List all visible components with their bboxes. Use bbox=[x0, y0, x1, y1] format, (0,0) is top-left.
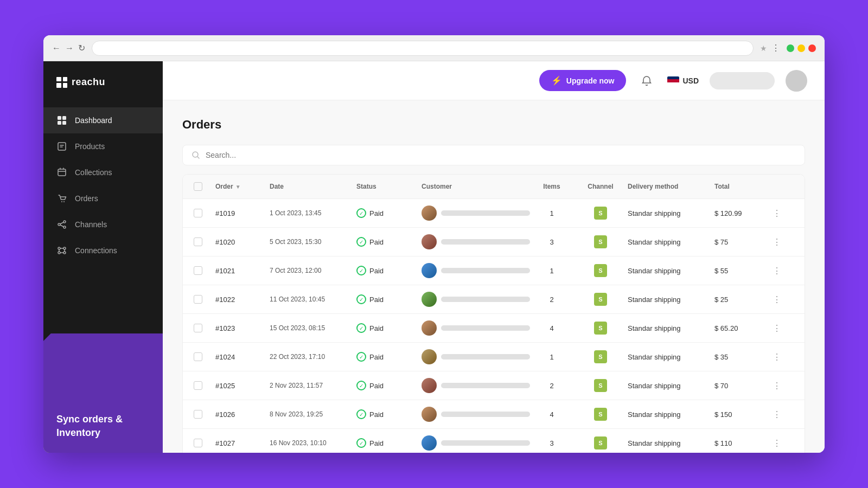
order-items: 1 bbox=[530, 209, 573, 217]
sort-icon: ▼ bbox=[235, 184, 241, 190]
order-delivery: Standar shipping bbox=[628, 439, 714, 447]
shopify-icon: S bbox=[594, 436, 607, 450]
status-label: Paid bbox=[369, 238, 384, 246]
row-select-checkbox[interactable] bbox=[194, 266, 202, 275]
sidebar-item-orders[interactable]: Orders bbox=[43, 185, 163, 211]
currency-selector[interactable]: USD bbox=[667, 76, 699, 85]
row-checkbox[interactable] bbox=[194, 237, 215, 246]
order-channel: S bbox=[573, 436, 628, 450]
products-icon bbox=[56, 141, 67, 152]
row-checkbox[interactable] bbox=[194, 266, 215, 275]
paid-status-icon: ✓ bbox=[356, 438, 366, 448]
row-actions-menu[interactable]: ⋮ bbox=[769, 381, 785, 391]
row-actions-menu[interactable]: ⋮ bbox=[769, 438, 785, 448]
customer-name-placeholder bbox=[441, 354, 530, 359]
sidebar-item-products[interactable]: Products bbox=[43, 133, 163, 159]
row-select-checkbox[interactable] bbox=[194, 209, 202, 217]
sidebar-item-connections[interactable]: Connections bbox=[43, 237, 163, 264]
sidebar-item-channels[interactable]: Channels bbox=[43, 211, 163, 237]
table-row[interactable]: #1020 5 Oct 2023, 15:30 ✓ Paid 3 S Stand… bbox=[183, 228, 805, 256]
bookmark-icon[interactable]: ★ bbox=[760, 44, 767, 53]
orders-table: Order ▼ Date Status Customer Items Chann… bbox=[182, 174, 805, 453]
row-checkbox[interactable] bbox=[194, 209, 215, 217]
select-all-checkbox[interactable] bbox=[194, 182, 202, 191]
row-checkbox[interactable] bbox=[194, 381, 215, 390]
order-id: #1020 bbox=[215, 238, 270, 246]
sidebar-item-dashboard[interactable]: Dashboard bbox=[43, 107, 163, 133]
browser-menu-icon[interactable]: ⋮ bbox=[771, 43, 780, 53]
order-channel: S bbox=[573, 408, 628, 421]
order-channel: S bbox=[573, 264, 628, 277]
row-checkbox[interactable] bbox=[194, 410, 215, 419]
back-button[interactable]: ← bbox=[52, 43, 61, 53]
header-order[interactable]: Order ▼ bbox=[215, 183, 270, 190]
table-row[interactable]: #1027 16 Nov 2023, 10:10 ✓ Paid 3 S Stan… bbox=[183, 429, 805, 453]
row-checkbox[interactable] bbox=[194, 295, 215, 304]
table-row[interactable]: #1026 8 Nov 2023, 19:25 ✓ Paid 4 S Stand… bbox=[183, 400, 805, 429]
maximize-button[interactable] bbox=[787, 44, 794, 52]
order-total: $ 35 bbox=[714, 353, 769, 361]
row-select-checkbox[interactable] bbox=[194, 352, 202, 361]
row-select-checkbox[interactable] bbox=[194, 439, 202, 447]
minimize-button[interactable] bbox=[797, 44, 805, 52]
customer-avatar bbox=[422, 292, 437, 307]
row-actions-menu[interactable]: ⋮ bbox=[769, 409, 785, 420]
order-channel: S bbox=[573, 207, 628, 220]
row-actions-menu[interactable]: ⋮ bbox=[769, 294, 785, 305]
customer-name-placeholder bbox=[441, 297, 530, 302]
order-id: #1022 bbox=[215, 296, 270, 304]
forward-button[interactable]: → bbox=[65, 43, 74, 53]
status-label: Paid bbox=[369, 296, 384, 304]
customer-avatar bbox=[422, 435, 437, 451]
user-avatar[interactable] bbox=[786, 70, 807, 92]
status-label: Paid bbox=[369, 353, 384, 361]
page-body: Orders bbox=[163, 100, 825, 453]
paid-status-icon: ✓ bbox=[356, 208, 366, 218]
row-actions-menu[interactable]: ⋮ bbox=[769, 208, 785, 219]
search-input[interactable] bbox=[206, 151, 796, 159]
row-select-checkbox[interactable] bbox=[194, 237, 202, 246]
order-delivery: Standar shipping bbox=[628, 238, 714, 246]
sidebar-item-collections[interactable]: Collections bbox=[43, 159, 163, 185]
customer-name-placeholder bbox=[441, 383, 530, 388]
notification-bell[interactable] bbox=[637, 71, 656, 91]
table-row[interactable]: #1019 1 Oct 2023, 13:45 ✓ Paid 1 S Stand… bbox=[183, 199, 805, 228]
close-button[interactable] bbox=[808, 44, 816, 52]
address-bar[interactable] bbox=[92, 41, 754, 56]
svg-point-6 bbox=[61, 201, 62, 202]
customer-name-placeholder bbox=[441, 412, 530, 417]
table-row[interactable]: #1025 2 Nov 2023, 11:57 ✓ Paid 2 S Stand… bbox=[183, 371, 805, 400]
svg-point-10 bbox=[63, 226, 66, 228]
row-select-checkbox[interactable] bbox=[194, 295, 202, 304]
row-actions-menu[interactable]: ⋮ bbox=[769, 266, 785, 276]
row-actions-menu[interactable]: ⋮ bbox=[769, 323, 785, 333]
order-date: 15 Oct 2023, 08:15 bbox=[270, 324, 356, 332]
browser-nav[interactable]: ← → ↻ bbox=[52, 43, 85, 53]
row-checkbox[interactable] bbox=[194, 352, 215, 361]
shopify-icon: S bbox=[594, 350, 607, 363]
header-checkbox bbox=[194, 182, 215, 191]
svg-point-11 bbox=[58, 247, 60, 249]
table-row[interactable]: #1021 7 Oct 2023, 12:00 ✓ Paid 1 S Stand… bbox=[183, 256, 805, 285]
row-select-checkbox[interactable] bbox=[194, 410, 202, 419]
header-items: Items bbox=[530, 183, 573, 190]
customer-name-placeholder bbox=[441, 325, 530, 331]
table-row[interactable]: #1022 11 Oct 2023, 10:45 ✓ Paid 2 S Stan… bbox=[183, 285, 805, 314]
row-select-checkbox[interactable] bbox=[194, 324, 202, 332]
row-checkbox[interactable] bbox=[194, 324, 215, 332]
paid-status-icon: ✓ bbox=[356, 237, 366, 247]
order-items: 1 bbox=[530, 353, 573, 361]
order-date: 7 Oct 2023, 12:00 bbox=[270, 267, 356, 274]
upgrade-button[interactable]: ⚡ Upgrade now bbox=[539, 70, 627, 91]
row-actions-menu[interactable]: ⋮ bbox=[769, 352, 785, 362]
order-date: 5 Oct 2023, 15:30 bbox=[270, 238, 356, 246]
row-checkbox[interactable] bbox=[194, 439, 215, 447]
order-id: #1021 bbox=[215, 267, 270, 275]
table-row[interactable]: #1023 15 Oct 2023, 08:15 ✓ Paid 4 S Stan… bbox=[183, 314, 805, 343]
sidebar: reachu Dashboard bbox=[43, 61, 163, 453]
reload-button[interactable]: ↻ bbox=[78, 43, 85, 53]
row-actions-menu[interactable]: ⋮ bbox=[769, 237, 785, 247]
table-row[interactable]: #1024 22 Oct 2023, 17:10 ✓ Paid 1 S Stan… bbox=[183, 343, 805, 371]
row-select-checkbox[interactable] bbox=[194, 381, 202, 390]
order-channel: S bbox=[573, 235, 628, 248]
